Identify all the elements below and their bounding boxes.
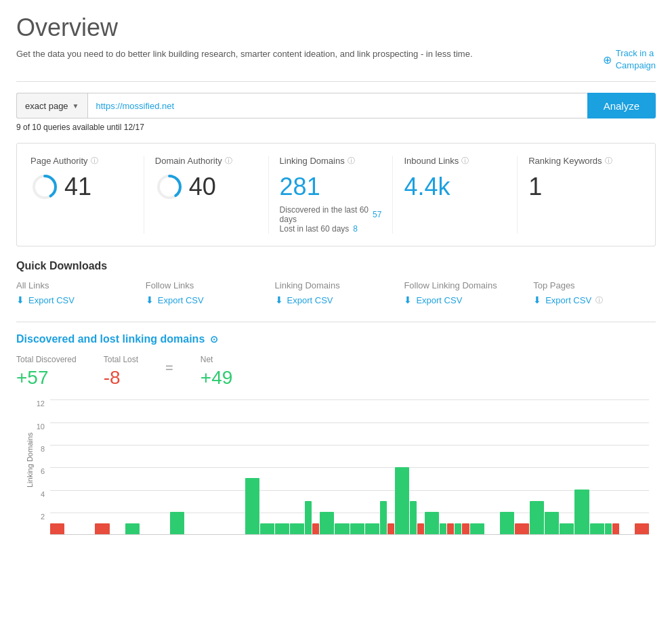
discovered-label: Discovered in the last 60 days [280,205,369,224]
bar-group [95,399,109,534]
download-cat-1: Follow Links [146,280,261,290]
page-type-dropdown[interactable]: exact page ▼ [16,93,87,118]
download-cat-2: Linking Domains [275,280,391,290]
bar-group [410,399,424,534]
download-link-3[interactable]: ⬇ Export CSV [404,295,520,305]
stat-net: Net +49 [201,355,233,389]
download-link-0[interactable]: ⬇ Export CSV [16,295,132,305]
bar-group [335,399,349,534]
download-cat-4: Top Pages [533,280,649,290]
info-icon-pa[interactable]: ⓘ [91,156,98,166]
metric-value-da: 40 [189,173,216,201]
quick-downloads-title: Quick Downloads [16,260,656,272]
bar-red [447,523,454,535]
bar-group [200,399,214,534]
metric-label-ld: Linking Domains [280,156,345,166]
y-label-2: 2 [41,513,45,521]
bar-group [455,399,469,534]
bar-group [500,399,514,534]
total-lost-value: -8 [104,367,138,389]
downloads-row: All Links ⬇ Export CSV Follow Links ⬇ Ex… [16,280,656,305]
bar-red [612,523,619,535]
bar-red [95,523,109,535]
bar-group [155,399,169,534]
download-label-1: Export CSV [158,295,204,305]
bar-green [365,523,379,535]
metric-label-da: Domain Authority [155,156,222,166]
bar-group [440,399,454,534]
info-icon-da[interactable]: ⓘ [225,156,232,166]
bar-group [350,399,364,534]
bar-green [290,523,304,535]
net-value: +49 [201,367,233,389]
bar-group [185,399,199,534]
info-icon-il[interactable]: ⓘ [461,156,469,166]
chart-container: 12 10 8 6 4 2 Linking Domains [16,399,656,548]
bar-group [425,399,439,534]
bar-red [312,523,319,535]
download-cat-3: Follow Linking Domains [404,280,520,290]
bar-group [125,399,140,534]
bar-red [462,523,469,535]
bar-green [545,512,559,534]
url-input[interactable] [87,93,587,118]
download-all-links: All Links ⬇ Export CSV [16,280,139,305]
chevron-down-icon: ▼ [72,102,79,110]
bar-red [50,523,64,535]
stat-total-discovered: Total Discovered +57 [16,355,77,389]
bar-group [515,399,529,534]
search-row: exact page ▼ Analyze [16,93,656,118]
metric-value-pa: 41 [64,173,91,201]
bar-group [545,399,559,534]
metrics-box: Page Authority ⓘ 41 Domain Authority ⓘ [16,143,656,246]
chart-info-icon[interactable]: ⊙ [210,334,218,345]
bar-green [560,523,574,535]
lost-val: 8 [353,224,358,234]
chart-stats-row: Total Discovered +57 Total Lost -8 = Net… [16,348,656,389]
download-icon-3: ⬇ [404,295,412,305]
chart-area [50,399,649,535]
da-gauge [155,173,184,201]
plus-circle-icon: ⊕ [603,53,612,66]
download-label-4: Export CSV [545,295,591,305]
pa-gauge [30,173,59,201]
bar-green [125,523,140,535]
download-link-2[interactable]: ⬇ Export CSV [275,295,391,305]
download-link-4[interactable]: ⬇ Export CSV ⓘ [533,295,649,305]
bar-group [290,399,304,534]
track-campaign-container: ⊕ Track in aCampaign [603,47,656,72]
bar-green [350,523,364,535]
bar-green [305,501,312,535]
bar-green [500,512,514,534]
bar-group [80,399,94,534]
metric-value-il: 4.4k [404,173,450,201]
total-discovered-value: +57 [16,367,77,389]
analyze-button[interactable]: Analyze [587,93,656,118]
bar-group [605,399,619,534]
bar-group [320,399,334,534]
track-campaign-link[interactable]: Track in aCampaign [616,47,656,72]
subtitle-text: Get the data you need to do better link … [16,47,473,61]
bar-group [140,399,154,534]
divider [16,322,656,322]
y-label-6: 6 [41,467,45,475]
metric-value-rk: 1 [528,173,542,201]
download-top-pages: Top Pages ⬇ Export CSV ⓘ [526,280,656,305]
download-link-1[interactable]: ⬇ Export CSV [146,295,261,305]
info-icon-ld[interactable]: ⓘ [348,156,355,166]
page-title: Overview [16,14,656,42]
bar-group [485,399,499,534]
bar-green [530,501,544,535]
bar-green [605,523,612,535]
info-icon-rk[interactable]: ⓘ [605,156,612,166]
metrics-row: Page Authority ⓘ 41 Domain Authority ⓘ [30,156,642,234]
download-follow-links: Follow Links ⬇ Export CSV [139,280,268,305]
equals-sign: = [165,360,173,389]
bar-group [305,399,319,534]
info-icon-top-pages[interactable]: ⓘ [595,295,603,305]
bar-green [380,501,387,535]
bar-group [560,399,574,534]
discovered-val: 57 [373,210,381,219]
bar-group [470,399,484,534]
bar-group [530,399,544,534]
